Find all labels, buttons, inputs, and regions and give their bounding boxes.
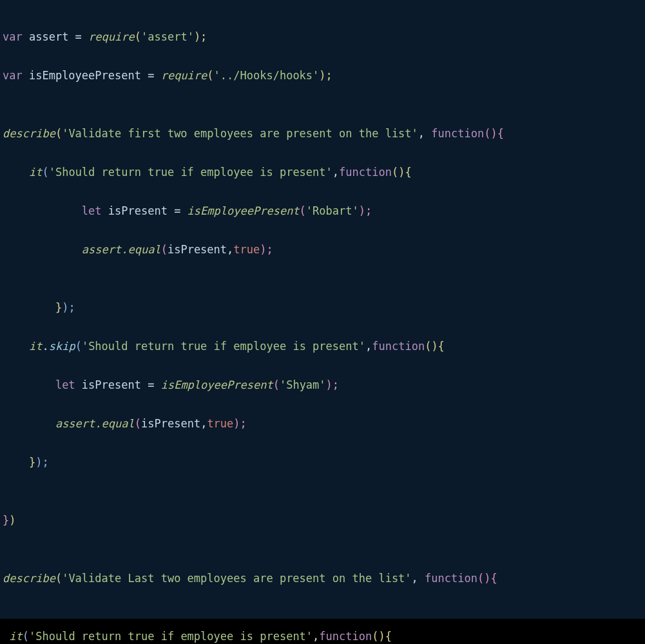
code-line: describe('Validate first two employees a… <box>3 124 645 143</box>
code-line: let isPresent = isEmployeePresent('Shyam… <box>3 375 645 395</box>
code-line: assert.equal(isPresent,true); <box>3 240 645 259</box>
identifier: assert = <box>23 30 88 43</box>
indent <box>3 301 55 314</box>
comma: , <box>227 243 233 256</box>
code-line: var assert = require('assert'); <box>3 27 645 46</box>
obj-assert: assert <box>82 243 121 256</box>
identifier: isPresent = <box>102 204 188 217</box>
string-literal: 'assert' <box>141 30 194 43</box>
identifier: isPresent <box>168 243 227 256</box>
dot: . <box>42 340 48 353</box>
fn-is-employee-present: isEmployeePresent <box>188 204 300 217</box>
fn-describe: describe <box>3 127 55 140</box>
string-literal: 'Shyam' <box>280 378 326 391</box>
paren-open: ( <box>135 417 141 430</box>
fn-is-employee-present: isEmployeePresent <box>161 378 273 391</box>
brace-close: } <box>55 301 62 314</box>
identifier: isPresent = <box>75 378 161 391</box>
fn-require: require <box>161 69 207 82</box>
identifier: isPresent <box>141 417 200 430</box>
keyword-var: var <box>3 30 23 43</box>
paren-open: ( <box>55 572 62 585</box>
paren-open: ( <box>75 340 82 353</box>
code-line: }); <box>3 298 645 317</box>
paren-close: ); <box>194 30 207 43</box>
punct: ); <box>62 301 75 314</box>
obj-it: it <box>29 340 42 353</box>
brace-close: } <box>3 514 9 527</box>
keyword-function: function <box>339 166 392 179</box>
keyword-function: function <box>425 572 477 585</box>
string-literal: 'Should return true if employee is prese… <box>49 166 332 179</box>
paren-open: ( <box>135 30 141 43</box>
paren-open: ( <box>273 378 280 391</box>
code-editor[interactable]: var assert = require('assert'); var isEm… <box>0 0 645 619</box>
dot: . <box>95 417 101 430</box>
string-literal: '../Hooks/hooks' <box>214 69 320 82</box>
bool-true: true <box>207 417 233 430</box>
fn-it: it <box>29 166 42 179</box>
indent <box>3 456 29 469</box>
indent <box>3 204 82 217</box>
identifier: isEmployeePresent = <box>23 69 161 82</box>
keyword-var: var <box>3 69 23 82</box>
comma: , <box>200 417 207 430</box>
paren-close: ); <box>359 204 372 217</box>
punct: (){ <box>484 127 504 140</box>
comma: , <box>365 340 372 353</box>
punct: ); <box>35 456 48 469</box>
code-line: describe('Validate Last two employees ar… <box>3 569 645 588</box>
comma: , <box>313 630 319 643</box>
string-literal: 'Validate first two employees are presen… <box>62 127 418 140</box>
paren-close: ); <box>319 69 332 82</box>
indent <box>3 243 82 256</box>
comma: , <box>418 127 431 140</box>
fn-it: it <box>9 630 22 643</box>
string-literal: 'Should return true if employee is prese… <box>29 630 313 643</box>
comma: , <box>332 166 339 179</box>
punct: ) <box>9 514 15 527</box>
paren-close: ); <box>260 243 273 256</box>
keyword-function: function <box>372 340 425 353</box>
fn-describe: describe <box>3 572 55 585</box>
string-literal: 'Validate Last two employees are present… <box>62 572 411 585</box>
code-line: let isPresent = isEmployeePresent('Robar… <box>3 201 645 220</box>
comma: , <box>412 572 425 585</box>
method-equal: equal <box>102 417 135 430</box>
paren-open: ( <box>42 166 48 179</box>
method-skip: skip <box>49 340 75 353</box>
keyword-let: let <box>82 204 102 217</box>
indent <box>3 166 29 179</box>
indent <box>3 340 29 353</box>
paren-open: ( <box>55 127 62 140</box>
code-line: it('Should return true if employee is pr… <box>3 627 645 644</box>
code-line: it('Should return true if employee is pr… <box>3 162 645 182</box>
dot: . <box>121 243 128 256</box>
keyword-function: function <box>431 127 484 140</box>
method-equal: equal <box>128 243 161 256</box>
paren-close: ); <box>326 378 339 391</box>
indent <box>3 630 9 643</box>
paren-open: ( <box>23 630 29 643</box>
paren-close: ); <box>233 417 246 430</box>
paren-open: ( <box>161 243 168 256</box>
code-line: }); <box>3 453 645 472</box>
punct: (){ <box>392 166 412 179</box>
code-line: }) <box>3 511 645 530</box>
keyword-let: let <box>55 378 75 391</box>
paren-open: ( <box>300 204 306 217</box>
obj-assert: assert <box>55 417 95 430</box>
bool-true: true <box>233 243 260 256</box>
punct: (){ <box>372 630 392 643</box>
punct: (){ <box>425 340 445 353</box>
fn-require: require <box>88 30 135 43</box>
code-line: var isEmployeePresent = require('../Hook… <box>3 66 645 85</box>
indent <box>3 417 55 430</box>
paren-open: ( <box>207 69 213 82</box>
code-line: it.skip('Should return true if employee … <box>3 337 645 356</box>
indent <box>3 378 55 391</box>
keyword-function: function <box>319 630 372 643</box>
punct: (){ <box>477 572 497 585</box>
string-literal: 'Should return true if employee is prese… <box>82 340 365 353</box>
string-literal: 'Robart' <box>306 204 359 217</box>
